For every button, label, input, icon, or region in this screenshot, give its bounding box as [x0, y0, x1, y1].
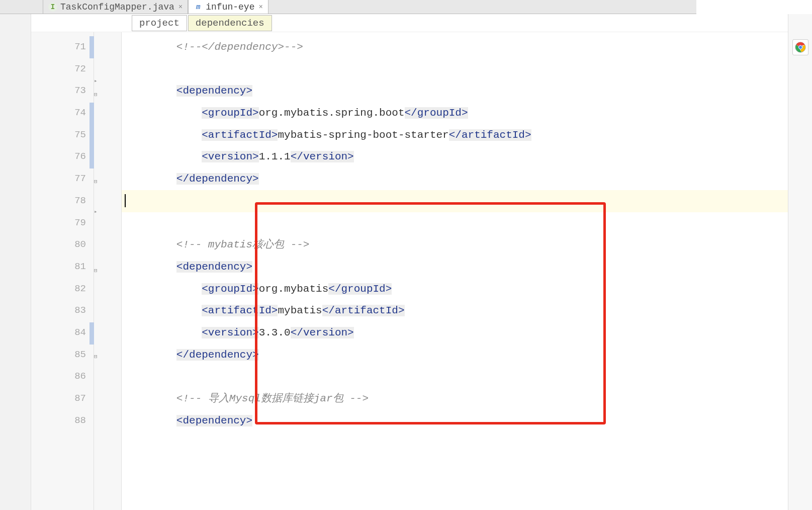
fold-arrow-down-icon[interactable]: ⊟ [94, 91, 102, 99]
cursor [125, 194, 126, 207]
line-numbers-gutter[interactable]: 71 72 73 74 75 76 77 78 79 80 81 82 83 8… [31, 32, 94, 510]
code-line[interactable]: <version>1.1.1</version> [122, 146, 812, 168]
line-number[interactable]: 82 [31, 278, 94, 300]
fold-arrow-down-icon[interactable]: ⊟ [94, 267, 102, 275]
code-line[interactable]: <groupId>org.mybatis</groupId> [122, 278, 812, 300]
code-text: <version> [202, 151, 258, 162]
open-in-browser-button[interactable] [792, 39, 808, 55]
code-text: <!--</dependency>--> [176, 41, 303, 53]
code-line[interactable]: </dependency> [122, 344, 812, 366]
code-line[interactable]: <!-- mybatis核心包 --> [122, 234, 812, 256]
line-number[interactable]: 72 [31, 58, 94, 80]
line-number[interactable]: 80 [31, 234, 94, 256]
code-line[interactable]: <version>3.3.0</version> [122, 322, 812, 344]
line-number[interactable]: 77 [31, 168, 94, 190]
code-line[interactable]: <dependency> [122, 410, 812, 432]
code-text: <!-- mybatis核心包 --> [176, 239, 310, 250]
editor-container: project dependencies 71 72 73 74 75 76 7… [31, 14, 812, 510]
line-number[interactable]: 76 [31, 146, 94, 168]
line-number[interactable]: 71 [31, 36, 94, 58]
code-text: <artifactId> [202, 305, 278, 316]
code-line[interactable] [122, 58, 812, 80]
code-text: org.mybatis [259, 283, 329, 295]
code-line[interactable]: <dependency> [122, 80, 812, 102]
editor-tabs-bar[interactable]: I TaskConfigMapper.java × m infun-eye × [0, 0, 696, 14]
code-line-current[interactable] [122, 190, 812, 212]
code-text: 1.1.1 [259, 151, 291, 162]
code-text: 3.3.0 [259, 327, 291, 338]
chrome-icon [795, 42, 806, 53]
line-number[interactable]: 74 [31, 102, 94, 124]
code-text: <dependency> [176, 261, 252, 273]
code-area[interactable]: 71 72 73 74 75 76 77 78 79 80 81 82 83 8… [31, 32, 812, 510]
close-icon[interactable]: × [178, 3, 183, 11]
tab-label: TaskConfigMapper.java [60, 2, 174, 12]
code-content[interactable]: <!--</dependency>--> <dependency> <group… [122, 32, 812, 510]
line-number[interactable]: 88 [31, 410, 94, 432]
line-number[interactable]: 73 [31, 80, 94, 102]
code-line[interactable]: <dependency> [122, 256, 812, 278]
close-icon[interactable]: × [258, 3, 262, 11]
code-text: mybatis [278, 305, 322, 316]
breadcrumb-project[interactable]: project [132, 15, 187, 31]
fold-gutter[interactable]: ▸ ⊟ ⊟ ▸ ⊟ ⊟ [94, 32, 122, 510]
change-marker[interactable] [89, 36, 94, 58]
line-number[interactable]: 81 [31, 256, 94, 278]
code-text: <groupId> [202, 107, 258, 119]
line-number[interactable]: 78 [31, 190, 94, 212]
code-text: <artifactId> [202, 129, 278, 141]
code-text: <!-- 导入Mysql数据库链接jar包 --> [176, 393, 369, 404]
fold-arrow-right-icon[interactable]: ▸ [94, 208, 102, 216]
change-marker[interactable] [89, 322, 94, 345]
code-line[interactable]: <artifactId>mybatis-spring-boot-starter<… [122, 124, 812, 146]
code-text: </version> [291, 151, 354, 162]
maven-file-icon: m [194, 3, 203, 12]
change-marker[interactable] [89, 103, 94, 168]
code-text: </groupId> [405, 107, 468, 119]
code-line[interactable]: <!--</dependency>--> [122, 36, 812, 58]
code-text: </artifactId> [322, 305, 405, 316]
line-number[interactable]: 83 [31, 300, 94, 322]
line-number[interactable]: 86 [31, 366, 94, 388]
breadcrumb-bar[interactable]: project dependencies [31, 14, 812, 32]
code-text: </version> [291, 327, 354, 338]
breadcrumb-label: project [139, 18, 179, 29]
code-line[interactable]: </dependency> [122, 168, 812, 190]
code-text: </dependency> [176, 349, 259, 361]
breadcrumb-dependencies[interactable]: dependencies [188, 15, 272, 31]
tab-label: infun-eye [206, 2, 254, 12]
tab-infun-eye[interactable]: m infun-eye × [188, 0, 268, 14]
line-number[interactable]: 75 [31, 124, 94, 146]
code-line[interactable]: <artifactId>mybatis</artifactId> [122, 300, 812, 322]
right-sidebar [788, 14, 812, 510]
code-text: </groupId> [328, 283, 392, 295]
code-text: <dependency> [176, 85, 252, 97]
code-text: org.mybatis.spring.boot [259, 107, 405, 119]
code-line[interactable]: <!-- 导入Mysql数据库链接jar包 --> [122, 388, 812, 410]
fold-arrow-up-icon[interactable]: ⊟ [94, 178, 102, 186]
fold-arrow-right-icon[interactable]: ▸ [94, 77, 102, 86]
code-text: <version> [202, 327, 258, 338]
code-text: </dependency> [176, 173, 259, 185]
line-number[interactable]: 87 [31, 388, 94, 410]
code-text: <dependency> [176, 415, 252, 427]
main-area: project dependencies 71 72 73 74 75 76 7… [0, 14, 812, 510]
code-text: <groupId> [202, 283, 258, 295]
code-line[interactable]: <groupId>org.mybatis.spring.boot</groupI… [122, 102, 812, 124]
fold-arrow-up-icon[interactable]: ⊟ [94, 353, 102, 361]
code-line[interactable] [122, 366, 812, 388]
line-number[interactable]: 84 [31, 322, 94, 344]
line-number[interactable]: 85 [31, 344, 94, 366]
breadcrumb-label: dependencies [196, 18, 264, 29]
java-file-icon: I [48, 3, 57, 12]
code-text: mybatis-spring-boot-starter [278, 129, 448, 141]
line-number[interactable]: 79 [31, 212, 94, 234]
code-text: </artifactId> [449, 129, 531, 141]
code-line[interactable] [122, 212, 812, 234]
tab-taskconfigmapper[interactable]: I TaskConfigMapper.java × [43, 0, 188, 14]
left-gutter [0, 14, 31, 510]
